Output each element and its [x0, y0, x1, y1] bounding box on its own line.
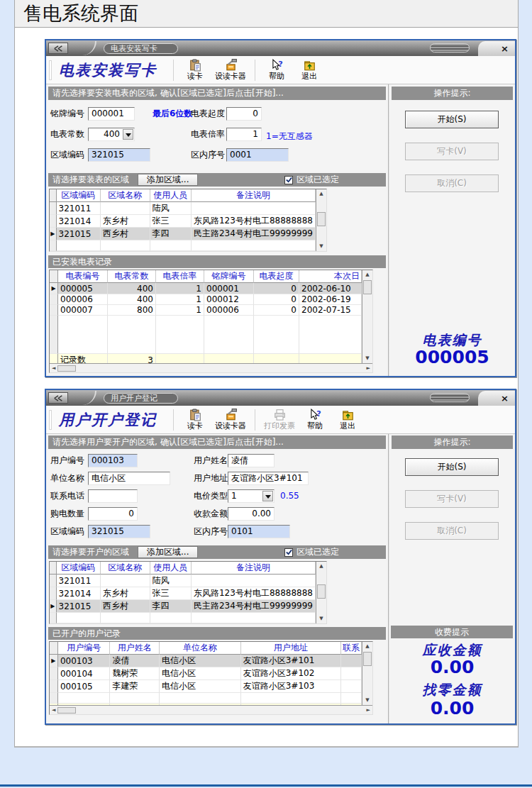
- scrollbar-thumb[interactable]: [317, 584, 326, 599]
- start-button[interactable]: 开始(S): [405, 111, 499, 128]
- scrollbar-thumb[interactable]: [57, 365, 76, 372]
- table-row[interactable]: 321011 陆风: [50, 575, 316, 587]
- price-type-combobox[interactable]: 1: [228, 489, 275, 503]
- help-button[interactable]: ? 帮助: [264, 59, 289, 82]
- checkbox-checked-icon[interactable]: [284, 176, 293, 184]
- dropdown-button[interactable]: [123, 129, 133, 140]
- table-row[interactable]: 000105李建荣 电信小区友谊路小区3#103: [50, 680, 362, 693]
- scroll-down-icon[interactable]: ▼: [362, 356, 372, 361]
- horizontal-scrollbar[interactable]: ◄ ►: [50, 363, 372, 372]
- exit-label: 退出: [340, 421, 355, 431]
- toolbar-separator: [255, 409, 255, 431]
- chevron-down-icon: [265, 495, 271, 501]
- vertical-scrollbar[interactable]: ▲ ▼: [316, 562, 326, 623]
- table-row[interactable]: 000006400 1000012 02002-06-19: [50, 294, 362, 305]
- close-icon[interactable]: ×: [501, 394, 509, 403]
- scrollbar-thumb[interactable]: [363, 652, 372, 666]
- installed-section-bar: 已安装电表记录: [48, 255, 386, 268]
- unit-name-input[interactable]: 电信小区: [88, 472, 170, 485]
- ratio-hint: 1=无互感器: [266, 130, 313, 143]
- set-reader-button[interactable]: 设读卡器: [215, 59, 246, 82]
- area-code-input[interactable]: 321015: [88, 525, 150, 538]
- vertical-scrollbar[interactable]: ▲ ▼: [362, 270, 372, 363]
- help-cursor-icon: ?: [270, 59, 284, 72]
- area-table: 区域编码 区域名称 使用人员 备注说明 321011 陆风: [50, 189, 316, 251]
- cancel-button: 取消(C): [405, 522, 499, 540]
- set-reader-button[interactable]: 设读卡器: [215, 409, 246, 431]
- table-row[interactable]: 000007800 1000006 02002-07-15: [50, 305, 362, 316]
- read-card-button[interactable]: 读卡: [182, 59, 208, 82]
- help-button[interactable]: ? 帮助: [302, 409, 328, 431]
- table-row-selected[interactable]: ▶ 000103凌倩 电信小区友谊路小区3#101: [50, 655, 362, 667]
- read-card-label: 读卡: [187, 421, 203, 431]
- table-row[interactable]: 321014东乡村 张三东风路123号村电工88888888: [50, 215, 316, 228]
- area-section-title: 请选择要装表的区域: [52, 174, 129, 186]
- table-row[interactable]: 000104魏树荣 电信小区友谊路小区3#102: [50, 667, 362, 680]
- start-reading-input[interactable]: 0: [226, 107, 262, 121]
- table-row-selected[interactable]: ▶ 321015西乡村 李四民主路234号村电工99999999: [50, 228, 316, 240]
- scroll-down-icon[interactable]: ▼: [362, 698, 372, 703]
- address-label: 用户地址: [194, 472, 228, 485]
- scrollbar-thumb[interactable]: [57, 707, 76, 714]
- titlebar[interactable]: 电表安装写卡 ×: [46, 40, 515, 56]
- scroll-right-icon[interactable]: ►: [367, 366, 370, 371]
- scroll-right-icon[interactable]: ►: [367, 708, 370, 713]
- titlebar-close-area: ×: [478, 41, 515, 56]
- qty-input[interactable]: 0: [88, 507, 138, 521]
- ratio-input[interactable]: 1: [226, 128, 262, 141]
- serial-input[interactable]: 0001: [226, 148, 289, 162]
- start-button[interactable]: 开始(S): [405, 458, 499, 476]
- prompt-text: 请先选择用户要开户的区域, 确认[区域已选定]后点击[开始]...: [52, 436, 284, 448]
- address-input[interactable]: 友谊路小区3#101: [228, 472, 309, 485]
- user-no-label: 用户编号: [50, 454, 84, 467]
- serial-input[interactable]: 0101: [228, 525, 290, 538]
- vertical-scrollbar[interactable]: ▲ ▼: [362, 642, 372, 705]
- titlebar[interactable]: 用户开户登记 ×: [46, 390, 515, 406]
- user-no-input[interactable]: 000103: [88, 454, 138, 467]
- exit-button[interactable]: 退出: [335, 409, 360, 431]
- print-invoice-button: 打印发票: [264, 409, 295, 431]
- page-card: 售电系统界面 电表安装写卡 × 电表安装写卡 读卡 设读卡器: [14, 0, 519, 748]
- add-area-button[interactable]: 添加区域...: [138, 174, 198, 186]
- phone-input[interactable]: [88, 489, 138, 503]
- scroll-up-icon[interactable]: ▲: [362, 644, 372, 649]
- read-card-button[interactable]: 读卡: [182, 409, 208, 431]
- table-row-selected[interactable]: ▶ 321015西乡村 李四民主路234号村电工99999999: [50, 600, 316, 613]
- area-selected-checkbox[interactable]: 区域已选定: [284, 174, 339, 186]
- scroll-left-icon[interactable]: ◄: [52, 366, 55, 371]
- serial-label: 区内序号: [191, 148, 225, 162]
- constant-combobox[interactable]: 400: [88, 128, 135, 141]
- scroll-up-icon[interactable]: ▲: [316, 192, 326, 196]
- nameplate-input[interactable]: 000001: [88, 107, 135, 121]
- scroll-down-icon[interactable]: ▼: [316, 616, 326, 621]
- scroll-up-icon[interactable]: ▲: [362, 272, 372, 277]
- horizontal-scrollbar[interactable]: ◄ ►: [50, 705, 372, 714]
- add-area-button[interactable]: 添加区域...: [138, 546, 198, 558]
- area-selected-checkbox[interactable]: 区域已选定: [284, 546, 339, 558]
- table-row[interactable]: 321011 陆风: [50, 202, 316, 215]
- scroll-up-icon[interactable]: ▲: [316, 564, 326, 569]
- area-code-input[interactable]: 321015: [88, 148, 150, 162]
- titlebar-swoosh: [72, 41, 96, 55]
- scrollbar-thumb[interactable]: [317, 212, 326, 226]
- serial-label: 区内序号: [194, 525, 228, 538]
- checkbox-checked-icon[interactable]: [284, 548, 293, 557]
- exit-button[interactable]: 退出: [297, 59, 322, 82]
- nameplate-hint: 最后6位数: [153, 107, 192, 121]
- close-icon[interactable]: ×: [501, 44, 509, 53]
- scroll-left-icon[interactable]: ◄: [52, 708, 55, 713]
- toolbar-handle: [49, 60, 52, 80]
- vertical-scrollbar[interactable]: ▲ ▼: [316, 189, 326, 251]
- record-count-row: 记录数 3: [50, 354, 362, 363]
- scroll-down-icon[interactable]: ▼: [316, 244, 326, 249]
- price-hint: 0.55: [280, 489, 299, 503]
- cancel-button: 取消(C): [405, 174, 499, 192]
- dropdown-button[interactable]: [262, 491, 273, 501]
- scrollbar-thumb[interactable]: [363, 280, 372, 294]
- table-row[interactable]: 321014东乡村 张三东风路123号村电工88888888: [50, 587, 316, 600]
- table-row-selected[interactable]: ▶ 000005400 1000001 02002-06-10: [50, 283, 362, 294]
- user-name-input[interactable]: 凌倩: [228, 454, 275, 467]
- amount-due-value: 0.00: [389, 658, 515, 676]
- window-caption: 电表安装写卡: [59, 60, 157, 80]
- amount-input[interactable]: 0.00: [228, 507, 275, 521]
